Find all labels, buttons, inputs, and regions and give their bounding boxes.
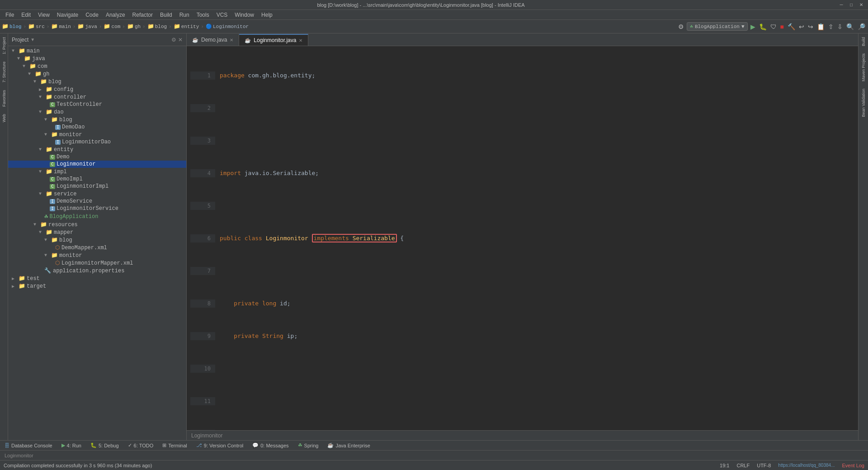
abs-demoservice[interactable]: IDemoService bbox=[8, 198, 186, 205]
menu-edit[interactable]: Edit bbox=[18, 11, 34, 19]
project-gear-icon[interactable]: ⚙ bbox=[171, 37, 176, 43]
toolbar-btn2[interactable]: ↪ bbox=[807, 22, 814, 31]
cl-4: import java.io.Serializable; bbox=[215, 169, 854, 177]
panel-web[interactable]: Web bbox=[1, 110, 7, 126]
abs-impl[interactable]: ▼📁impl bbox=[8, 168, 186, 176]
abs-loginmonitor-selected[interactable]: CLoginmonitor bbox=[8, 161, 186, 168]
bottom-tab-vcs[interactable]: ⎇ 9: Version Control bbox=[192, 442, 248, 449]
abs-loginmonitorimpl[interactable]: CLoginmonitorImpl bbox=[8, 183, 186, 190]
abs-mapper[interactable]: ▼📁mapper bbox=[8, 228, 186, 236]
tab-loginmonitor-active[interactable]: ☕ Loginmonitor.java ✕ bbox=[239, 34, 308, 46]
abs-entity[interactable]: ▼📁entity bbox=[8, 146, 186, 153]
abs-config[interactable]: ▶📁config bbox=[8, 85, 186, 93]
abs-blog-root[interactable]: ▼📁blog bbox=[8, 78, 186, 85]
menu-refactor[interactable]: Refactor bbox=[129, 11, 156, 19]
breadcrumb-main[interactable]: main bbox=[59, 24, 71, 29]
menu-navigate[interactable]: Navigate bbox=[53, 11, 82, 19]
run-button[interactable]: ▶ bbox=[750, 22, 756, 31]
abs-demomapper[interactable]: ⬡DemoMapper.xml bbox=[8, 244, 186, 252]
panel-favorites[interactable]: Favorites bbox=[1, 86, 7, 110]
menu-help[interactable]: Help bbox=[258, 11, 276, 19]
abs-appprops[interactable]: 🔧application.properties bbox=[8, 267, 186, 275]
abs-com[interactable]: ▼📁com bbox=[8, 62, 186, 70]
abs-controller[interactable]: ▼📁controller bbox=[8, 93, 186, 101]
abs-service[interactable]: ▼📁service bbox=[8, 190, 186, 198]
abs-mapper-monitor[interactable]: ▼📁monitor bbox=[8, 252, 186, 259]
code-editor[interactable]: 1 package com.gh.blog.entity; 2 3 4 impo… bbox=[187, 46, 858, 430]
code-area[interactable]: 1 package com.gh.blog.entity; 2 3 4 impo… bbox=[187, 46, 858, 430]
breadcrumb-src[interactable]: src bbox=[36, 24, 45, 29]
abs-loginmonitordao[interactable]: ILoginmonitorDao bbox=[8, 138, 186, 146]
abs-main[interactable]: ▼📁main bbox=[8, 47, 186, 55]
toolbar-btn4[interactable]: ⇧ bbox=[827, 22, 835, 31]
bottom-tab-debug[interactable]: 🐛 5: Debug bbox=[86, 442, 123, 449]
right-bean-panel[interactable]: Bean Validation bbox=[860, 85, 867, 120]
bottom-tab-javaenterprise[interactable]: ☕ Java Enterprise bbox=[323, 442, 374, 449]
breadcrumb-entity[interactable]: entity bbox=[181, 24, 199, 29]
toolbar-btn1[interactable]: ↩ bbox=[798, 22, 805, 31]
stop-button[interactable]: ■ bbox=[779, 22, 785, 31]
bottom-tab-messages[interactable]: 💬 0: Messages bbox=[248, 442, 293, 449]
abs-loginmonitormapper[interactable]: ⬡LoginmonitorMapper.xml bbox=[8, 259, 186, 267]
menu-view[interactable]: View bbox=[34, 11, 53, 19]
abs-java[interactable]: ▼📁java bbox=[8, 55, 186, 62]
toolbar-btn6[interactable]: 🔍 bbox=[845, 22, 855, 31]
abs-resources[interactable]: ▼📁resources bbox=[8, 221, 186, 228]
project-close-icon[interactable]: ✕ bbox=[178, 37, 183, 43]
panel-1-project[interactable]: 1: Project bbox=[1, 33, 7, 58]
breadcrumb-java[interactable]: java bbox=[85, 24, 97, 29]
settings-button[interactable]: ⚙ bbox=[677, 22, 685, 31]
breadcrumb-loginmonitor[interactable]: Loginmonitor bbox=[213, 24, 249, 29]
menu-analyze[interactable]: Analyze bbox=[102, 11, 129, 19]
event-log-label[interactable]: Event Log bbox=[842, 463, 864, 468]
abs-loginmonitorservice[interactable]: ILoginmonitorService bbox=[8, 205, 186, 212]
maximize-button[interactable]: □ bbox=[848, 2, 854, 8]
toolbar-btn5[interactable]: ⇩ bbox=[836, 22, 844, 31]
abs-blogapp[interactable]: ☘BlogApplication bbox=[8, 212, 186, 221]
minimize-button[interactable]: ─ bbox=[838, 2, 844, 8]
abs-demodao[interactable]: IDemoDao bbox=[8, 123, 186, 131]
breadcrumb-blog[interactable]: blog bbox=[9, 24, 21, 29]
abs-demoimpl[interactable]: CDemoImpl bbox=[8, 176, 186, 183]
breadcrumb-gh[interactable]: gh bbox=[135, 24, 141, 29]
breadcrumb-com[interactable]: com bbox=[111, 24, 120, 29]
run-config-selector[interactable]: ☘ BlogApplication ▼ bbox=[687, 22, 747, 31]
abs-monitor-folder[interactable]: ▼📁monitor bbox=[8, 131, 186, 138]
breadcrumb-blog2[interactable]: blog bbox=[155, 24, 167, 29]
abs-gh[interactable]: ▼📁gh bbox=[8, 70, 186, 78]
bottom-tab-database[interactable]: 🗄 Database Console bbox=[0, 442, 57, 449]
tab-demo[interactable]: ☕ Demo.java ✕ bbox=[187, 34, 239, 46]
right-maven-panel[interactable]: Maven Projects bbox=[860, 50, 867, 85]
run-with-coverage-button[interactable]: 🛡 bbox=[769, 22, 778, 31]
debug-button[interactable]: 🐛 bbox=[758, 22, 768, 31]
menu-code[interactable]: Code bbox=[82, 11, 102, 19]
menu-window[interactable]: Window bbox=[231, 11, 258, 19]
toolbar-btn3[interactable]: 📋 bbox=[816, 22, 826, 31]
bottom-tab-spring[interactable]: ☘ Spring bbox=[293, 442, 323, 449]
menu-run[interactable]: Run bbox=[176, 11, 193, 19]
demo-tab-close[interactable]: ✕ bbox=[230, 38, 233, 43]
menu-vcs[interactable]: VCS bbox=[213, 11, 231, 19]
search-everywhere-button[interactable]: 🔎 bbox=[857, 22, 866, 31]
java-file-icon2: ☕ bbox=[245, 38, 251, 43]
menu-tools[interactable]: Tools bbox=[193, 11, 213, 19]
abs-dao-blog[interactable]: ▼📁blog bbox=[8, 116, 186, 123]
menu-file[interactable]: File bbox=[2, 11, 18, 19]
menu-build[interactable]: Build bbox=[156, 11, 176, 19]
abs-testcontroller[interactable]: CTestController bbox=[8, 101, 186, 108]
abs-test[interactable]: ▶📁test bbox=[8, 275, 186, 282]
window-controls[interactable]: ─ □ ✕ bbox=[838, 2, 864, 8]
abs-target[interactable]: ▶📁target bbox=[8, 282, 186, 290]
right-build-panel[interactable]: Build bbox=[860, 33, 867, 50]
abs-mapper-blog[interactable]: ▼📁blog bbox=[8, 236, 186, 244]
abs-demo[interactable]: CDemo bbox=[8, 153, 186, 161]
close-button[interactable]: ✕ bbox=[858, 2, 864, 8]
bottom-tab-run[interactable]: ▶ 4: Run bbox=[57, 442, 86, 449]
bottom-tab-terminal[interactable]: ⊞ Terminal bbox=[158, 442, 192, 449]
panel-7-structure[interactable]: 7: Structure bbox=[1, 58, 7, 86]
loginmonitor-tab-close[interactable]: ✕ bbox=[299, 38, 302, 43]
build-button[interactable]: 🔨 bbox=[787, 22, 796, 31]
bottom-tab-todo[interactable]: ✓ 6: TODO bbox=[123, 442, 158, 449]
abs-dao[interactable]: ▼📁dao bbox=[8, 108, 186, 116]
project-dropdown-arrow[interactable]: ▼ bbox=[30, 37, 35, 42]
